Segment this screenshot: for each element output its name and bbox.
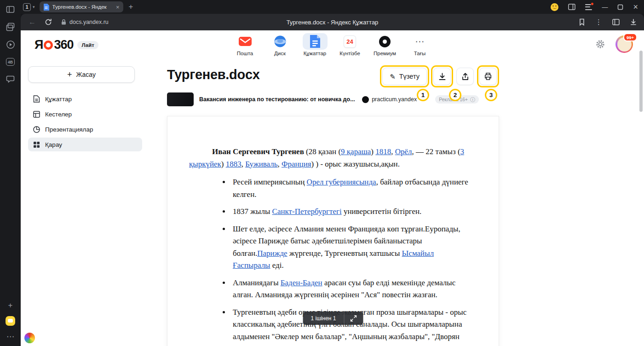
back-icon[interactable]: ← (29, 18, 36, 26)
download-icon (438, 72, 447, 81)
doc-link[interactable]: Санкт-Петербургтегі (272, 207, 342, 216)
page-indicator: 1 ішінен 1 (303, 311, 363, 325)
chat-icon[interactable] (6, 75, 15, 84)
sidebar-item-presentations[interactable]: Презентациялар (28, 122, 142, 136)
header-right: 99+ (595, 35, 633, 53)
doc-bullet-2: 1837 жылы Санкт-Петербургтегі университе… (230, 206, 469, 218)
browser-window: 4B + ⋯ 1 ▾ Тургенев.docx - Яндек × + — × (0, 0, 644, 346)
notifications-badge: 99+ (623, 33, 637, 41)
side-panel-icon[interactable] (568, 4, 575, 10)
sidebar-more-icon[interactable]: ⋯ (6, 332, 15, 341)
messenger-icon[interactable] (6, 316, 15, 326)
doc-link[interactable]: 1883 (226, 160, 242, 168)
doc-link[interactable]: Буживаль (245, 160, 277, 168)
nav-item-mail[interactable]: Пошта (230, 33, 260, 56)
logo-lite-badge: Лайт (77, 41, 98, 49)
settings-gear-icon[interactable] (595, 39, 605, 49)
share-button[interactable] (456, 68, 474, 85)
disk-icon (268, 33, 293, 50)
doc-link[interactable]: Парижде (257, 249, 287, 258)
doc-link[interactable]: Орел губерниясында (307, 178, 376, 186)
sidebar-add-icon[interactable]: + (6, 300, 15, 310)
create-button[interactable]: + Жасау (28, 66, 135, 83)
refresh-icon[interactable] (45, 18, 52, 26)
minimize-button[interactable]: — (602, 4, 608, 11)
collections-panel-icon[interactable] (612, 19, 620, 25)
page-title: Тургенев.docx - Яндекс Құжаттар (287, 19, 379, 26)
page-scrollbar[interactable] (639, 51, 643, 112)
plus-icon: + (67, 70, 72, 80)
browser-menu-icon[interactable] (585, 4, 592, 10)
maximize-button[interactable] (617, 4, 623, 10)
mail-icon (233, 33, 258, 50)
print-button[interactable] (479, 68, 497, 85)
window-controls-group: — × (551, 2, 638, 12)
profile-emoji-icon[interactable] (551, 3, 558, 11)
download-button[interactable] (433, 68, 451, 85)
sidebar-item-documents[interactable]: Құжаттар (28, 92, 142, 106)
new-tab-button[interactable]: + (129, 2, 133, 12)
site-info-chip[interactable]: docs.yandex.ru (61, 19, 109, 25)
presentation-icon (33, 126, 40, 133)
doc-favicon (43, 4, 49, 11)
nav-item-docs[interactable]: Құжаттар (300, 33, 330, 56)
docs-sidebar: + Жасау Құжаттар Кестелер Презентациялар (28, 66, 142, 151)
close-window-button[interactable]: × (633, 2, 638, 12)
ad-source: practicum.yandex (362, 96, 417, 103)
doc-bullet-3: Шет елде, әсіресе Алмания менен Францияд… (230, 223, 469, 272)
extensions-menu-icon[interactable]: ⋮ (595, 18, 602, 26)
yandex-360-logo[interactable]: Я 360 Лайт (34, 38, 98, 52)
document-title: Тургенев.docx (167, 67, 260, 82)
tab-groups-icon[interactable] (6, 22, 15, 32)
chevron-down-icon: ▾ (33, 5, 35, 9)
browser-tab[interactable]: Тургенев.docx - Яндек × (40, 1, 123, 12)
fullscreen-expand-icon[interactable] (344, 311, 363, 325)
sidebar-list: Құжаттар Кестелер Презентациялар Қарау (28, 92, 142, 151)
docs-icon (303, 33, 328, 50)
tab-close-icon[interactable]: × (116, 4, 120, 10)
doc-link[interactable]: Баден-Баден (281, 278, 322, 287)
print-icon (483, 72, 493, 81)
tab-counter[interactable]: 1 ▾ (23, 3, 35, 11)
doc-bullet-4: Алманиядағы Баден-Баден арасан суы бар е… (230, 277, 469, 301)
page-indicator-label: 1 ішінен 1 (303, 315, 344, 322)
doc-toolbar: ✎ Түзету (380, 65, 499, 87)
main-content: Тургенев.docx ✎ Түзету 1 2 3 (167, 60, 499, 346)
grid-view-icon (33, 141, 40, 148)
sidebar-item-view[interactable]: Қарау (28, 138, 142, 151)
pinwheel-widget-icon[interactable] (24, 333, 35, 343)
annotation-number-1: 1 (417, 89, 429, 101)
user-avatar[interactable]: 99+ (615, 35, 633, 53)
doc-bullet-1: Ресей империясының Орел губерниясында, б… (230, 176, 469, 201)
doc-link[interactable]: Орёл (395, 147, 412, 156)
nav-item-premium[interactable]: Премиум (370, 33, 400, 56)
edit-button[interactable]: ✎ Түзету (382, 68, 427, 85)
lock-icon (61, 19, 67, 25)
doc-paragraph: Иван Сергеевич Тургенев (28 қазан (9 қар… (189, 146, 469, 170)
4b-extension-icon[interactable]: 4B (6, 57, 15, 67)
annotation-box-2 (431, 65, 453, 87)
sidebar-item-tables[interactable]: Кестелер (28, 107, 142, 121)
video-play-icon[interactable] (6, 40, 15, 49)
doc-link[interactable]: Франция (282, 160, 311, 168)
sidebar-panel-icon[interactable] (6, 5, 15, 14)
doc-link[interactable]: 1818 (375, 147, 391, 156)
nav-item-calendar[interactable]: 24 Күнтізбе (335, 33, 365, 56)
nav-item-disk[interactable]: Диск (265, 33, 295, 56)
bookmark-icon[interactable] (579, 18, 585, 26)
browser-sidebar: 4B + ⋯ (0, 0, 21, 346)
more-icon: ⋯ (408, 33, 432, 50)
messenger-logo (6, 316, 15, 326)
nav-item-more[interactable]: ⋯ Тағы (405, 33, 435, 56)
address-bar: ← docs.yandex.ru Тургенев.docx - Яндекс … (21, 14, 644, 30)
sidebar-icon-group-top: 4B (6, 5, 15, 84)
info-icon[interactable]: i (470, 97, 475, 102)
sidebar-icon-group-bottom: + ⋯ (6, 300, 15, 341)
downloads-icon[interactable] (630, 18, 637, 26)
annotation-box-1: ✎ Түзету (380, 65, 429, 87)
annotation-box-3 (477, 65, 499, 87)
logo-ya-letter: Я (34, 38, 43, 52)
doc-link[interactable]: 9 қараша (341, 147, 371, 156)
logo-ring-icon (44, 40, 53, 50)
ad-headline: Вакансия инженера по тестированию: от но… (199, 96, 356, 103)
